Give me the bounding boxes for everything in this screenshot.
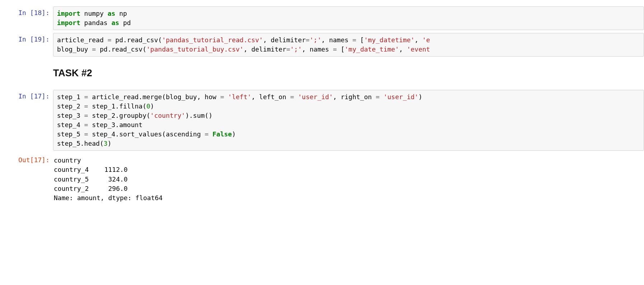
- markdown-content[interactable]: TASK #2: [53, 67, 92, 79]
- jupyter-notebook: In [18]: import numpy as np import panda…: [0, 0, 644, 206]
- input-prompt: In [18]:: [0, 6, 53, 17]
- code-cell: In [17]: step_1 = article_read.merge(blo…: [0, 88, 644, 153]
- code-content[interactable]: article_read = pd.read_csv('pandas_tutor…: [57, 35, 640, 54]
- output-cell: Out[17]: country country_4 1112.0 countr…: [0, 152, 644, 206]
- code-input-area[interactable]: step_1 = article_read.merge(blog_buy, ho…: [53, 90, 644, 151]
- task-heading: TASK #2: [53, 67, 92, 79]
- input-prompt: In [19]:: [0, 33, 53, 44]
- markdown-cell: TASK #2: [0, 58, 644, 88]
- code-cell: In [19]: article_read = pd.read_csv('pan…: [0, 32, 644, 58]
- output-prompt: Out[17]:: [0, 154, 53, 164]
- output-text-area: country country_4 1112.0 country_5 324.0…: [53, 154, 644, 204]
- code-input-area[interactable]: import numpy as np import pandas as pd: [53, 6, 644, 30]
- code-cell: In [18]: import numpy as np import panda…: [0, 5, 644, 32]
- output-text: country country_4 1112.0 country_5 324.0…: [54, 156, 640, 202]
- code-input-area[interactable]: article_read = pd.read_csv('pandas_tutor…: [53, 33, 644, 57]
- input-prompt: In [17]:: [0, 90, 53, 101]
- code-content[interactable]: step_1 = article_read.merge(blog_buy, ho…: [57, 92, 640, 149]
- code-content[interactable]: import numpy as np import pandas as pd: [57, 9, 640, 28]
